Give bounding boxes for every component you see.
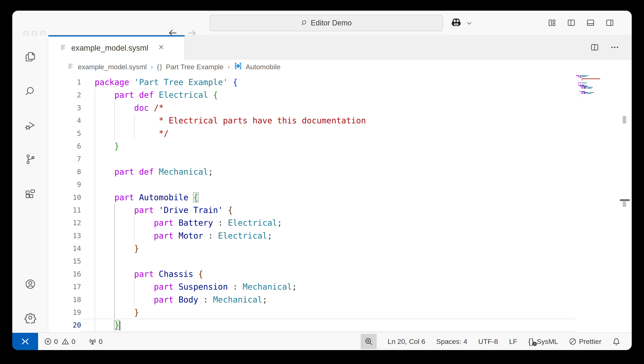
eol-setting[interactable]: LF <box>509 337 517 345</box>
line-number: 10 <box>48 191 81 204</box>
command-center-search[interactable]: Editor Demo <box>210 15 443 31</box>
scrollbar-thumb[interactable] <box>623 116 626 124</box>
screenshot: Editor Demo <box>0 0 644 364</box>
settings-button[interactable] <box>12 312 48 324</box>
code-editor[interactable]: 1package 'Part Tree Example' {2 part def… <box>48 74 632 332</box>
line-number: 17 <box>48 280 81 293</box>
accounts-button[interactable] <box>12 278 48 290</box>
file-icon <box>67 62 74 71</box>
remote-icon <box>21 337 30 346</box>
indent-guide <box>114 255 115 267</box>
breadcrumb-package[interactable]: Part Tree Example <box>166 63 224 71</box>
code-text: } <box>81 140 576 153</box>
toggle-panel-icon[interactable] <box>586 18 595 28</box>
indent-guide <box>114 204 115 216</box>
radio-tower-icon <box>89 338 96 345</box>
more-actions-icon[interactable] <box>610 43 620 52</box>
code-text: } <box>81 306 576 319</box>
overview-ruler-thumb[interactable] <box>623 201 626 207</box>
cursor-position[interactable]: Ln 20, Col 6 <box>388 337 425 345</box>
code-line: 12 part Battery : Electrical; <box>48 216 576 229</box>
tab-example-model[interactable]: example_model.sysml <box>48 35 185 60</box>
code-text: } <box>81 319 576 331</box>
code-text: part Battery : Electrical; <box>81 216 576 229</box>
activity-bar <box>12 35 48 332</box>
vscode-window: Editor Demo <box>12 11 632 350</box>
chevron-right-icon: › <box>150 63 154 70</box>
code-line: 3 doc /* <box>48 102 576 114</box>
minimap[interactable] <box>576 75 625 96</box>
code-line: 18 part Body : Mechanical; <box>48 293 576 306</box>
breadcrumb-element[interactable]: Automobile <box>246 63 280 71</box>
warning-icon <box>62 338 69 345</box>
indent-guide <box>114 114 115 127</box>
problems-warnings[interactable]: 0 <box>62 337 76 345</box>
line-number: 12 <box>48 216 81 229</box>
code-line: 5 */ <box>48 127 576 140</box>
copilot-button[interactable] <box>450 17 462 30</box>
search-icon <box>301 20 308 27</box>
line-number: 18 <box>48 293 81 306</box>
status-bar: 0 0 0 Ln 20, Col 6 Spaces: 4 UTF-8 LF {}… <box>12 332 632 350</box>
line-number: 14 <box>48 242 81 255</box>
chevron-down-icon[interactable] <box>466 20 472 26</box>
search-text: Editor Demo <box>311 19 352 27</box>
code-line: 8 part def Mechanical; <box>48 165 576 178</box>
zoom-indicator-button[interactable] <box>361 334 377 349</box>
tab-bar: example_model.sysml <box>48 35 632 60</box>
remote-indicator[interactable] <box>12 333 38 350</box>
bell-icon[interactable] <box>612 337 620 345</box>
account-icon <box>24 278 36 290</box>
indent-guide <box>114 306 115 319</box>
sidebar-item-run-debug[interactable] <box>12 120 48 132</box>
encoding-setting[interactable]: UTF-8 <box>478 337 498 345</box>
overview-ruler-marker <box>620 199 630 201</box>
line-number: 1 <box>48 76 81 89</box>
sidebar-item-extensions[interactable] <box>12 188 48 200</box>
indent-guide <box>95 280 95 293</box>
problems-errors[interactable]: 0 <box>44 337 58 345</box>
close-tab-button[interactable] <box>152 44 165 53</box>
code-text: part Automobile { <box>81 191 576 204</box>
language-mode[interactable]: {}✕ SysML <box>528 337 558 346</box>
line-number: 20 <box>48 319 81 331</box>
indent-guide <box>95 191 95 204</box>
indent-guide <box>134 114 134 127</box>
indent-guide <box>114 216 115 229</box>
tab-label: example_model.sysml <box>71 44 148 53</box>
indent-guide <box>95 255 95 267</box>
code-line: 13 part Motor : Electrical; <box>48 229 576 242</box>
split-editor-icon[interactable] <box>590 43 599 52</box>
forwarded-ports[interactable]: 0 <box>89 337 102 345</box>
sidebar-item-search[interactable] <box>12 86 48 98</box>
code-line: 6 } <box>48 140 576 153</box>
line-number: 7 <box>48 153 81 165</box>
code-line: 7 <box>48 153 576 165</box>
toggle-primary-sidebar-icon[interactable] <box>566 18 576 28</box>
indent-guide <box>134 216 134 229</box>
code-line: 10 part Automobile { <box>48 191 576 204</box>
indent-guide <box>134 229 134 242</box>
warning-count: 0 <box>72 337 76 345</box>
copilot-icon <box>450 17 462 29</box>
indent-guide <box>95 293 95 306</box>
indentation-setting[interactable]: Spaces: 4 <box>436 337 467 345</box>
close-icon <box>158 44 165 51</box>
indent-guide <box>134 127 134 140</box>
sidebar-item-source-control[interactable] <box>12 153 48 166</box>
indent-guide <box>95 89 95 101</box>
code-lines: 1package 'Part Tree Example' {2 part def… <box>48 76 576 332</box>
indent-guide <box>95 165 95 178</box>
breadcrumb-file[interactable]: example_model.sysml <box>78 63 147 71</box>
customize-layout-icon[interactable] <box>547 18 557 28</box>
line-number: 11 <box>48 204 81 216</box>
sidebar-item-explorer[interactable] <box>12 51 48 63</box>
files-icon <box>24 51 36 63</box>
extensions-icon <box>24 188 36 200</box>
formatter-status[interactable]: Prettier <box>569 337 602 345</box>
toggle-secondary-sidebar-icon[interactable] <box>605 18 614 28</box>
indent-guide <box>95 178 95 191</box>
indent-guide <box>114 102 115 114</box>
text-cursor <box>120 321 120 330</box>
code-text: part def Mechanical; <box>81 165 576 178</box>
